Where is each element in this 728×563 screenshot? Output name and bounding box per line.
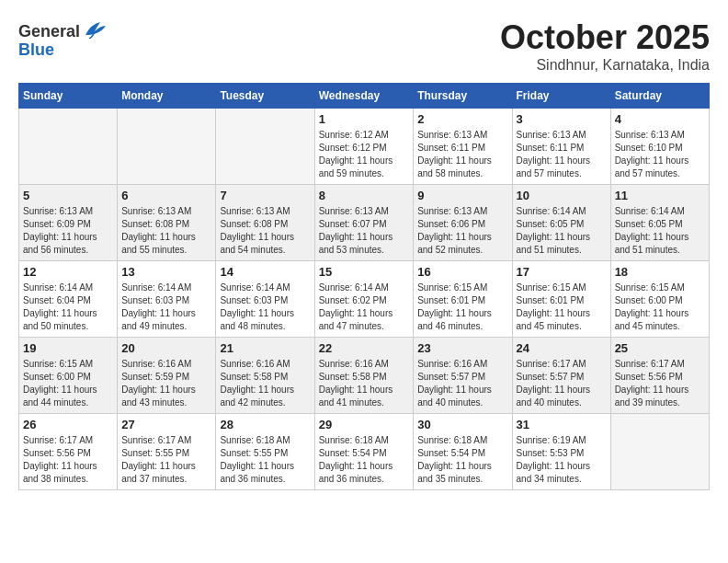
calendar-header-row: Sunday Monday Tuesday Wednesday Thursday… bbox=[19, 84, 710, 109]
day-info: Sunrise: 6:16 AMSunset: 5:59 PMDaylight:… bbox=[121, 358, 211, 409]
day-info: Sunrise: 6:13 AMSunset: 6:11 PMDaylight:… bbox=[517, 129, 607, 180]
calendar-week-row: 26Sunrise: 6:17 AMSunset: 5:56 PMDayligh… bbox=[19, 414, 710, 490]
day-info: Sunrise: 6:18 AMSunset: 5:55 PMDaylight:… bbox=[220, 434, 310, 486]
day-info: Sunrise: 6:13 AMSunset: 6:10 PMDaylight:… bbox=[615, 129, 705, 180]
day-info: Sunrise: 6:17 AMSunset: 5:56 PMDaylight:… bbox=[615, 358, 705, 409]
table-row: 25Sunrise: 6:17 AMSunset: 5:56 PMDayligh… bbox=[610, 338, 709, 414]
table-row: 7Sunrise: 6:13 AMSunset: 6:08 PMDaylight… bbox=[216, 185, 314, 261]
table-row bbox=[118, 109, 216, 185]
day-number: 19 bbox=[23, 341, 113, 355]
day-number: 1 bbox=[319, 112, 410, 126]
day-number: 29 bbox=[319, 418, 410, 431]
table-row: 13Sunrise: 6:14 AMSunset: 6:03 PMDayligh… bbox=[118, 261, 216, 338]
location-title: Sindhnur, Karnataka, India bbox=[500, 57, 710, 74]
day-number: 11 bbox=[615, 189, 705, 202]
table-row: 30Sunrise: 6:18 AMSunset: 5:54 PMDayligh… bbox=[414, 414, 512, 490]
day-info: Sunrise: 6:13 AMSunset: 6:11 PMDaylight:… bbox=[417, 129, 507, 180]
table-row: 12Sunrise: 6:14 AMSunset: 6:04 PMDayligh… bbox=[19, 261, 118, 338]
table-row: 23Sunrise: 6:16 AMSunset: 5:57 PMDayligh… bbox=[414, 338, 512, 414]
day-info: Sunrise: 6:16 AMSunset: 5:58 PMDaylight:… bbox=[220, 358, 310, 409]
month-title: October 2025 bbox=[500, 18, 710, 57]
day-info: Sunrise: 6:14 AMSunset: 6:03 PMDaylight:… bbox=[121, 282, 211, 333]
day-number: 31 bbox=[517, 418, 607, 431]
calendar-week-row: 1Sunrise: 6:12 AMSunset: 6:12 PMDaylight… bbox=[19, 109, 710, 185]
col-sunday: Sunday bbox=[19, 84, 118, 109]
day-number: 18 bbox=[615, 265, 705, 279]
day-info: Sunrise: 6:13 AMSunset: 6:06 PMDaylight:… bbox=[417, 205, 507, 257]
col-wednesday: Wednesday bbox=[314, 84, 414, 109]
logo-general: General bbox=[18, 22, 80, 41]
day-number: 8 bbox=[319, 189, 410, 202]
day-number: 12 bbox=[23, 265, 113, 279]
header: General Blue October 2025 Sindhnur, Karn… bbox=[18, 18, 710, 74]
table-row: 5Sunrise: 6:13 AMSunset: 6:09 PMDaylight… bbox=[19, 185, 118, 261]
day-info: Sunrise: 6:14 AMSunset: 6:04 PMDaylight:… bbox=[23, 282, 113, 333]
logo: General Blue bbox=[18, 18, 108, 60]
day-info: Sunrise: 6:13 AMSunset: 6:08 PMDaylight:… bbox=[121, 205, 211, 257]
col-monday: Monday bbox=[118, 84, 216, 109]
day-info: Sunrise: 6:15 AMSunset: 6:01 PMDaylight:… bbox=[417, 282, 507, 333]
table-row: 1Sunrise: 6:12 AMSunset: 6:12 PMDaylight… bbox=[314, 109, 414, 185]
day-info: Sunrise: 6:16 AMSunset: 5:58 PMDaylight:… bbox=[319, 358, 410, 409]
day-info: Sunrise: 6:14 AMSunset: 6:02 PMDaylight:… bbox=[319, 282, 410, 333]
day-number: 15 bbox=[319, 265, 410, 279]
table-row: 19Sunrise: 6:15 AMSunset: 6:00 PMDayligh… bbox=[19, 338, 118, 414]
table-row: 24Sunrise: 6:17 AMSunset: 5:57 PMDayligh… bbox=[512, 338, 610, 414]
table-row: 21Sunrise: 6:16 AMSunset: 5:58 PMDayligh… bbox=[216, 338, 314, 414]
day-number: 28 bbox=[220, 418, 310, 431]
table-row: 17Sunrise: 6:15 AMSunset: 6:01 PMDayligh… bbox=[512, 261, 610, 338]
logo-bird-icon bbox=[82, 18, 108, 44]
day-number: 2 bbox=[417, 112, 507, 126]
table-row: 2Sunrise: 6:13 AMSunset: 6:11 PMDaylight… bbox=[414, 109, 512, 185]
day-info: Sunrise: 6:17 AMSunset: 5:55 PMDaylight:… bbox=[121, 434, 211, 486]
day-number: 24 bbox=[517, 341, 607, 355]
table-row: 31Sunrise: 6:19 AMSunset: 5:53 PMDayligh… bbox=[512, 414, 610, 490]
day-info: Sunrise: 6:16 AMSunset: 5:57 PMDaylight:… bbox=[417, 358, 507, 409]
day-info: Sunrise: 6:18 AMSunset: 5:54 PMDaylight:… bbox=[417, 434, 507, 486]
day-info: Sunrise: 6:17 AMSunset: 5:56 PMDaylight:… bbox=[23, 434, 113, 486]
day-number: 5 bbox=[23, 189, 113, 202]
day-number: 30 bbox=[417, 418, 507, 431]
day-info: Sunrise: 6:15 AMSunset: 6:00 PMDaylight:… bbox=[23, 358, 113, 409]
calendar-week-row: 5Sunrise: 6:13 AMSunset: 6:09 PMDaylight… bbox=[19, 185, 710, 261]
day-number: 22 bbox=[319, 341, 410, 355]
day-info: Sunrise: 6:14 AMSunset: 6:03 PMDaylight:… bbox=[220, 282, 310, 333]
day-number: 17 bbox=[517, 265, 607, 279]
table-row: 29Sunrise: 6:18 AMSunset: 5:54 PMDayligh… bbox=[314, 414, 414, 490]
table-row: 22Sunrise: 6:16 AMSunset: 5:58 PMDayligh… bbox=[314, 338, 414, 414]
day-number: 9 bbox=[417, 189, 507, 202]
calendar-week-row: 19Sunrise: 6:15 AMSunset: 6:00 PMDayligh… bbox=[19, 338, 710, 414]
day-info: Sunrise: 6:13 AMSunset: 6:07 PMDaylight:… bbox=[319, 205, 410, 257]
table-row: 26Sunrise: 6:17 AMSunset: 5:56 PMDayligh… bbox=[19, 414, 118, 490]
table-row: 14Sunrise: 6:14 AMSunset: 6:03 PMDayligh… bbox=[216, 261, 314, 338]
table-row: 28Sunrise: 6:18 AMSunset: 5:55 PMDayligh… bbox=[216, 414, 314, 490]
table-row: 11Sunrise: 6:14 AMSunset: 6:05 PMDayligh… bbox=[610, 185, 709, 261]
day-number: 10 bbox=[517, 189, 607, 202]
table-row: 27Sunrise: 6:17 AMSunset: 5:55 PMDayligh… bbox=[118, 414, 216, 490]
day-info: Sunrise: 6:18 AMSunset: 5:54 PMDaylight:… bbox=[319, 434, 410, 486]
calendar: Sunday Monday Tuesday Wednesday Thursday… bbox=[18, 83, 710, 490]
table-row: 18Sunrise: 6:15 AMSunset: 6:00 PMDayligh… bbox=[610, 261, 709, 338]
col-thursday: Thursday bbox=[414, 84, 512, 109]
day-number: 6 bbox=[121, 189, 211, 202]
col-friday: Friday bbox=[512, 84, 610, 109]
day-info: Sunrise: 6:12 AMSunset: 6:12 PMDaylight:… bbox=[319, 129, 410, 180]
day-number: 3 bbox=[517, 112, 607, 126]
day-number: 13 bbox=[121, 265, 211, 279]
table-row: 3Sunrise: 6:13 AMSunset: 6:11 PMDaylight… bbox=[512, 109, 610, 185]
title-area: October 2025 Sindhnur, Karnataka, India bbox=[500, 18, 710, 74]
day-number: 26 bbox=[23, 418, 113, 431]
col-saturday: Saturday bbox=[610, 84, 709, 109]
day-number: 21 bbox=[220, 341, 310, 355]
day-info: Sunrise: 6:14 AMSunset: 6:05 PMDaylight:… bbox=[615, 205, 705, 257]
day-info: Sunrise: 6:19 AMSunset: 5:53 PMDaylight:… bbox=[517, 434, 607, 486]
day-number: 20 bbox=[121, 341, 211, 355]
col-tuesday: Tuesday bbox=[216, 84, 314, 109]
day-number: 23 bbox=[417, 341, 507, 355]
table-row: 20Sunrise: 6:16 AMSunset: 5:59 PMDayligh… bbox=[118, 338, 216, 414]
table-row: 8Sunrise: 6:13 AMSunset: 6:07 PMDaylight… bbox=[314, 185, 414, 261]
day-number: 25 bbox=[615, 341, 705, 355]
day-info: Sunrise: 6:15 AMSunset: 6:01 PMDaylight:… bbox=[517, 282, 607, 333]
day-number: 7 bbox=[220, 189, 310, 202]
day-number: 14 bbox=[220, 265, 310, 279]
